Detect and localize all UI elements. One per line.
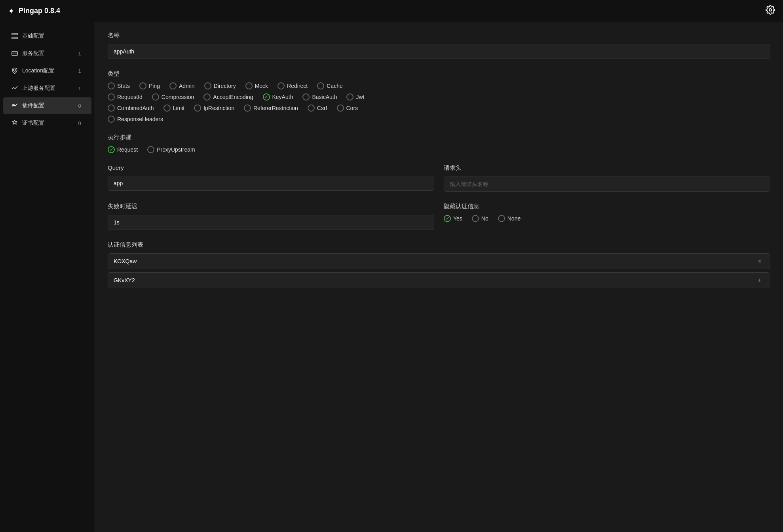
radio-circle-jwt: [346, 93, 353, 101]
radio-compression[interactable]: Compression: [152, 93, 194, 101]
steps-label: 执行步骤: [108, 134, 770, 141]
radio-csrf[interactable]: Csrf: [308, 104, 327, 112]
type-label: 类型: [108, 70, 770, 78]
credential-value-2: GKvXY2: [114, 277, 755, 283]
location-config-icon: [11, 67, 18, 74]
radio-directory[interactable]: Directory: [204, 82, 236, 89]
request-header-input[interactable]: [444, 177, 770, 192]
radio-hide-no[interactable]: No: [472, 215, 488, 222]
radio-hide-yes[interactable]: Yes: [444, 215, 462, 222]
credential-remove-icon-1[interactable]: ×: [755, 258, 764, 265]
radio-label-iprestriction: IpRestriction: [203, 105, 234, 111]
radio-cors[interactable]: Cors: [337, 104, 358, 112]
sidebar-label-upstream: 上游服务配置: [22, 85, 55, 92]
main-layout: 基础配置 服务配置 1: [0, 22, 783, 532]
svg-rect-3: [12, 51, 17, 55]
sidebar-badge-cert: 0: [76, 120, 84, 126]
credential-add-icon[interactable]: +: [755, 277, 764, 284]
hide-credentials-label: 隐藏认证信息: [444, 203, 770, 210]
radio-mock[interactable]: Mock: [245, 82, 268, 89]
radio-label-stats: Stats: [117, 83, 130, 89]
radio-label-requestid: RequestId: [117, 94, 143, 100]
radio-circle-redirect: [277, 82, 285, 89]
radio-requestid[interactable]: RequestId: [108, 93, 143, 101]
query-input[interactable]: [108, 176, 434, 191]
radio-label-ping: Ping: [149, 83, 160, 89]
gear-icon[interactable]: [766, 5, 775, 17]
radio-label-limit: Limit: [173, 105, 185, 111]
radio-limit[interactable]: Limit: [163, 104, 185, 112]
radio-circle-limit: [163, 104, 171, 112]
radio-circle-mock: [245, 82, 253, 89]
sidebar-label-location: Location配置: [22, 67, 54, 74]
radio-cache[interactable]: Cache: [317, 82, 342, 89]
svg-point-5: [13, 69, 16, 71]
sidebar-badge-service: 1: [76, 51, 84, 57]
radio-label-request: Request: [117, 146, 138, 153]
credential-item-2: GKvXY2 +: [108, 272, 770, 288]
plugin-config-icon: [11, 102, 18, 109]
name-input[interactable]: [108, 44, 770, 59]
svg-point-0: [769, 9, 772, 11]
radio-circle-requestid: [108, 93, 115, 101]
radio-circle-acceptencoding: [203, 93, 211, 101]
sidebar-item-location-config[interactable]: Location配置 1: [3, 63, 91, 79]
name-section: 名称: [108, 32, 770, 59]
radio-request[interactable]: Request: [108, 146, 138, 153]
radio-combinedauth[interactable]: CombinedAuth: [108, 104, 154, 112]
sidebar-badge-upstream: 1: [76, 86, 84, 91]
basic-config-icon: [11, 32, 18, 40]
app-header: ✦ Pingap 0.8.4: [0, 0, 783, 22]
radio-proxyupstream[interactable]: ProxyUpstream: [147, 146, 195, 153]
radio-label-hide-none: None: [507, 215, 521, 222]
radio-label-proxyupstream: ProxyUpstream: [157, 146, 195, 153]
name-label: 名称: [108, 32, 770, 39]
radio-label-basicauth: BasicAuth: [312, 94, 337, 100]
steps-section: 执行步骤 Request ProxyUpstream: [108, 134, 770, 153]
radio-circle-csrf: [308, 104, 315, 112]
sidebar-item-upstream-config[interactable]: 上游服务配置 1: [3, 80, 91, 97]
radio-circle-admin: [169, 82, 177, 89]
sidebar-item-cert-config[interactable]: 证书配置 0: [3, 115, 91, 131]
radio-label-cache: Cache: [327, 83, 342, 89]
hide-radio-group: Yes No None: [444, 215, 770, 222]
radio-label-cors: Cors: [346, 105, 358, 111]
radio-label-refererrestriction: RefererRestriction: [253, 105, 298, 111]
header-left: ✦ Pingap 0.8.4: [8, 7, 60, 15]
radio-admin[interactable]: Admin: [169, 82, 195, 89]
sidebar-label-service: 服务配置: [22, 50, 44, 57]
svg-rect-2: [12, 37, 17, 39]
delay-hide-row: 失败时延迟 隐藏认证信息 Yes No: [108, 203, 770, 230]
radio-circle-proxyupstream: [147, 146, 154, 153]
radio-circle-stats: [108, 82, 115, 89]
radio-iprestriction[interactable]: IpRestriction: [194, 104, 234, 112]
credential-item-1: KOXQaw ×: [108, 253, 770, 269]
cert-config-icon: [11, 120, 18, 127]
radio-label-combinedauth: CombinedAuth: [117, 105, 154, 111]
radio-acceptencoding[interactable]: AcceptEncoding: [203, 93, 253, 101]
sidebar-item-basic-config[interactable]: 基础配置: [3, 28, 91, 44]
query-header-row: Query 请求头: [108, 164, 770, 192]
radio-label-hide-yes: Yes: [453, 215, 462, 222]
radio-label-redirect: Redirect: [287, 83, 308, 89]
sidebar-item-plugin-config[interactable]: 插件配置 0: [3, 97, 91, 114]
radio-basicauth[interactable]: BasicAuth: [302, 93, 337, 101]
delay-section: 失败时延迟: [108, 203, 434, 230]
radio-jwt[interactable]: Jwt: [346, 93, 364, 101]
credential-value-1: KOXQaw: [114, 258, 755, 264]
delay-input[interactable]: [108, 215, 434, 230]
radio-redirect[interactable]: Redirect: [277, 82, 308, 89]
radio-label-acceptencoding: AcceptEncoding: [213, 94, 253, 100]
hide-credentials-section: 隐藏认证信息 Yes No None: [444, 203, 770, 230]
radio-responseheaders[interactable]: ResponseHeaders: [108, 116, 761, 123]
radio-stats[interactable]: Stats: [108, 82, 130, 89]
radio-keyauth[interactable]: KeyAuth: [263, 93, 293, 101]
radio-ping[interactable]: Ping: [139, 82, 160, 89]
sidebar-item-service-config[interactable]: 服务配置 1: [3, 45, 91, 62]
logo-icon: ✦: [8, 7, 15, 15]
radio-refererrestriction[interactable]: RefererRestriction: [244, 104, 298, 112]
radio-label-responseheaders: ResponseHeaders: [117, 116, 163, 122]
radio-circle-cache: [317, 82, 324, 89]
radio-hide-none[interactable]: None: [498, 215, 521, 222]
radio-label-jwt: Jwt: [356, 94, 364, 100]
